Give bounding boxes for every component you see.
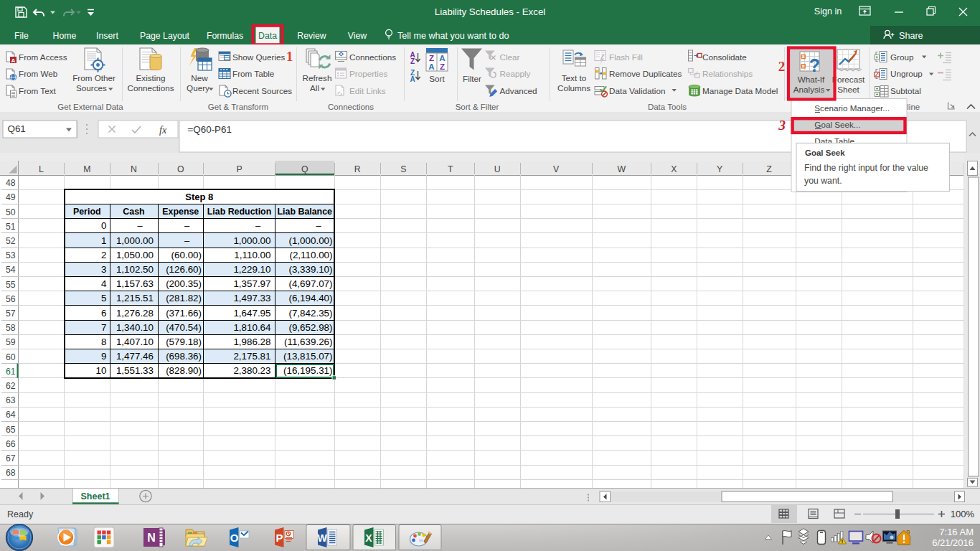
svg-text:(828.90): (828.90) (166, 365, 202, 376)
svg-text:Scenario Manager...: Scenario Manager... (814, 103, 890, 113)
svg-text:=Q60-P61: =Q60-P61 (188, 124, 232, 135)
svg-text:2: 2 (101, 250, 106, 260)
svg-text:Columns: Columns (557, 83, 590, 93)
svg-text:Existing: Existing (136, 73, 166, 83)
svg-text:57: 57 (6, 309, 16, 319)
svg-text:(371.66): (371.66) (166, 308, 202, 319)
svg-text:Home: Home (53, 31, 77, 41)
svg-text:66: 66 (6, 439, 16, 449)
svg-text:Sign in: Sign in (814, 6, 842, 17)
svg-text:Share: Share (899, 31, 923, 41)
svg-text:From Other: From Other (72, 73, 116, 83)
svg-text:3: 3 (778, 118, 786, 133)
svg-text:9: 9 (101, 351, 106, 362)
svg-text:(470.54): (470.54) (166, 322, 202, 333)
svg-text:1,477.46: 1,477.46 (116, 351, 154, 362)
svg-text:55: 55 (6, 280, 16, 290)
svg-text:Forecast: Forecast (832, 75, 865, 84)
svg-text:Z: Z (410, 57, 415, 65)
svg-text:1: 1 (286, 50, 293, 64)
svg-text:Sheet1: Sheet1 (81, 491, 110, 501)
svg-text:48: 48 (6, 178, 16, 188)
svg-text:Ready: Ready (7, 509, 34, 519)
svg-text:4: 4 (101, 278, 107, 289)
svg-text:62: 62 (6, 381, 16, 391)
svg-text:49: 49 (6, 192, 16, 202)
svg-text:1,229.10: 1,229.10 (233, 264, 270, 275)
svg-text:1,810.64: 1,810.64 (233, 322, 271, 333)
svg-text:Edit Links: Edit Links (349, 86, 386, 95)
svg-text:Show Queries: Show Queries (232, 52, 286, 62)
svg-text:1,407.10: 1,407.10 (116, 336, 154, 347)
svg-text:–: – (137, 220, 143, 231)
svg-text:6/21/2016: 6/21/2016 (932, 537, 974, 548)
svg-text:Recent Sources: Recent Sources (232, 86, 292, 95)
svg-text:Liab Reduction: Liab Reduction (207, 207, 272, 217)
svg-text:(698.36): (698.36) (166, 351, 202, 362)
svg-text:Liability Schedules - Excel: Liability Schedules - Excel (435, 6, 546, 17)
svg-text:Data Validation: Data Validation (609, 86, 665, 95)
svg-text:1,102.50: 1,102.50 (116, 264, 154, 275)
svg-text:Relationships: Relationships (702, 69, 753, 78)
svg-text:Connections: Connections (349, 52, 396, 62)
svg-text:6: 6 (101, 308, 106, 319)
svg-text:File: File (14, 31, 29, 41)
svg-text:(2,110.00): (2,110.00) (289, 250, 332, 260)
svg-text:Liab Balance: Liab Balance (278, 207, 333, 217)
svg-text:Step 8: Step 8 (185, 192, 213, 202)
svg-text:54: 54 (6, 265, 16, 275)
svg-text:Find the right input for the v: Find the right input for the value (804, 163, 928, 173)
svg-text:From Web: From Web (19, 69, 58, 78)
svg-text:63: 63 (6, 395, 16, 405)
svg-text:Sort: Sort (429, 74, 445, 83)
svg-text:W: W (617, 164, 626, 174)
svg-text:Get & Transform: Get & Transform (208, 103, 268, 111)
svg-text:(9,652.98): (9,652.98) (288, 322, 332, 333)
svg-text:1,157.63: 1,157.63 (116, 278, 154, 289)
svg-text:68: 68 (6, 468, 16, 478)
svg-text:Z: Z (440, 62, 445, 71)
svg-text:S: S (400, 164, 406, 174)
svg-text:7:16 AM: 7:16 AM (939, 527, 974, 537)
svg-text:60: 60 (6, 352, 16, 362)
svg-text:58: 58 (6, 323, 16, 333)
svg-text:(1,000.00): (1,000.00) (288, 235, 332, 246)
svg-text:Flash Fill: Flash Fill (609, 52, 643, 62)
svg-text:(60.00): (60.00) (171, 250, 202, 260)
svg-text:Review: Review (297, 31, 326, 41)
svg-text:A: A (439, 54, 445, 62)
svg-text:Subtotal: Subtotal (890, 86, 921, 95)
svg-text:Analysis: Analysis (793, 85, 825, 94)
svg-text:U: U (494, 164, 501, 174)
svg-text:Tell me what you want to do: Tell me what you want to do (397, 31, 509, 41)
svg-text:56: 56 (6, 294, 16, 304)
svg-text:V: V (553, 164, 560, 174)
svg-text:1,050.00: 1,050.00 (116, 250, 154, 260)
svg-text:51: 51 (6, 222, 16, 232)
svg-text:Consolidate: Consolidate (702, 52, 747, 62)
svg-text:Cash: Cash (123, 207, 144, 217)
svg-text:Z: Z (429, 54, 434, 62)
svg-text:fx: fx (159, 125, 167, 136)
svg-text:52: 52 (6, 236, 16, 246)
svg-text:1,110.00: 1,110.00 (234, 250, 270, 260)
svg-text:Reapply: Reapply (500, 69, 531, 78)
svg-text:61: 61 (6, 367, 16, 377)
svg-text:–: – (255, 220, 261, 231)
svg-text:Sheet: Sheet (837, 85, 859, 94)
svg-text:(13,815.07): (13,815.07) (283, 351, 333, 362)
svg-text:L: L (39, 164, 44, 174)
svg-text:Group: Group (890, 52, 914, 62)
svg-text:1,357.97: 1,357.97 (233, 278, 270, 289)
svg-text:Insert: Insert (96, 31, 118, 41)
svg-text:1,276.28: 1,276.28 (116, 308, 154, 319)
svg-text:–: – (184, 235, 190, 246)
svg-text:View: View (348, 31, 367, 41)
svg-text:(3,339.10): (3,339.10) (288, 264, 332, 275)
svg-text:5: 5 (101, 293, 106, 303)
svg-text:(200.35): (200.35) (166, 278, 202, 289)
svg-text:(4,697.07): (4,697.07) (288, 278, 332, 289)
svg-text:(11,639.26): (11,639.26) (284, 336, 333, 347)
svg-text:N: N (147, 532, 156, 544)
svg-text:Connections: Connections (128, 83, 174, 93)
